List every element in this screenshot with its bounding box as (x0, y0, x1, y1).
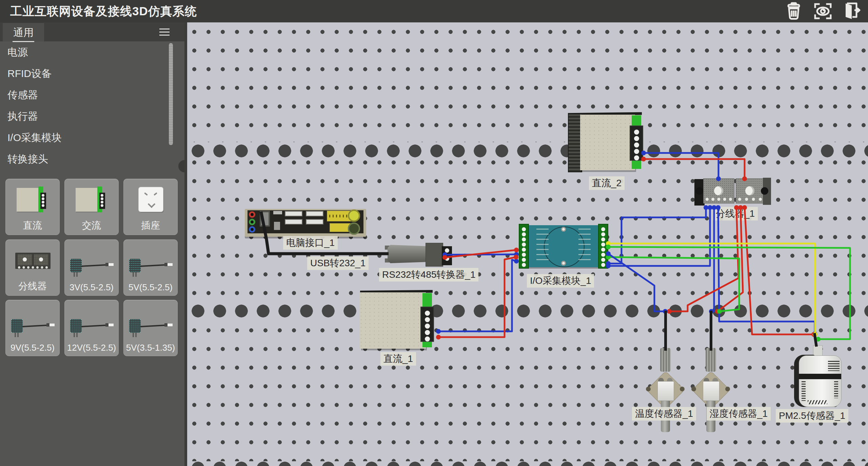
tile-9v-adapter[interactable]: 9V(5.5-2.5) (5, 300, 60, 356)
label-humidity-sensor: 湿度传感器_1 (707, 407, 771, 421)
device-rs232-485-converter[interactable] (388, 241, 454, 268)
label-pc-interface: 电脑接口_1 (283, 236, 338, 250)
label-dc-2: 直流_2 (589, 176, 625, 190)
device-splitter[interactable] (694, 177, 771, 206)
ac-board-icon (75, 187, 107, 213)
sidebar-item-io-module[interactable]: I/O采集模块 (0, 127, 184, 148)
power-adapter-icon (129, 257, 173, 278)
exit-icon (842, 2, 862, 21)
label-usb-232: USB转232_1 (307, 256, 369, 270)
exit-button[interactable] (841, 2, 863, 21)
app-title: 工业互联网设备及接线3D仿真系统 (10, 0, 197, 22)
power-adapter-icon (70, 257, 114, 278)
dc-board-icon (16, 187, 48, 213)
socket-icon (139, 187, 163, 212)
sidebar-tab-strip: 通用 (0, 22, 184, 41)
sidebar-item-power[interactable]: 电源 (0, 41, 184, 63)
device-pc-interface[interactable] (245, 209, 366, 237)
delete-button[interactable] (783, 2, 805, 21)
device-io-module[interactable] (519, 224, 608, 269)
sidebar-item-sensor[interactable]: 传感器 (0, 84, 184, 105)
label-pm25-sensor: PM2.5传感器_1 (776, 409, 848, 423)
trash-icon (784, 2, 803, 21)
tile-dc[interactable]: 直流 (5, 179, 60, 235)
round-connector (348, 210, 360, 222)
label-rs232-485: RS232转485转换器_1 (379, 268, 478, 281)
usb-port (285, 211, 302, 216)
power-adapter-icon (70, 318, 114, 339)
round-connector (348, 222, 360, 235)
label-io-module: I/O采集模块_1 (527, 274, 594, 288)
tile-ac[interactable]: 交流 (64, 179, 119, 235)
pegboard-hole-band (187, 142, 868, 160)
audio-jack-blue (249, 226, 255, 233)
label-splitter: 分线器_1 (713, 207, 758, 220)
menu-icon[interactable] (159, 28, 170, 36)
audio-jack-red (249, 211, 255, 218)
sidebar-item-adapter[interactable]: 转换接头 (0, 148, 184, 170)
splitter-icon (15, 253, 51, 269)
usb-port (306, 219, 323, 225)
sidebar-scrollbar[interactable] (169, 43, 173, 145)
pegboard-hole-band (187, 302, 868, 320)
label-dc-1: 直流_1 (380, 352, 416, 366)
device-dc-1[interactable] (360, 290, 436, 351)
tile-5v-135-adapter[interactable]: 5V(3.5-1.35) (123, 300, 178, 356)
sidebar-item-rfid[interactable]: RFID设备 (0, 63, 184, 84)
usb-port (285, 219, 302, 225)
tile-5v-adapter[interactable]: 5V(5.5-2.5) (123, 239, 178, 296)
usb-port (306, 211, 323, 216)
eye-preview-icon (813, 2, 833, 21)
app-window: 工业互联网设备及接线3D仿真系统 (0, 0, 868, 466)
sidebar-item-actuator[interactable]: 执行器 (0, 105, 184, 127)
label-temp-sensor: 温度传感器_1 (632, 407, 696, 421)
device-dc-2[interactable] (568, 113, 645, 172)
toolbar (783, 2, 863, 21)
preview-button[interactable] (812, 2, 834, 21)
audio-jack-green (249, 219, 255, 225)
power-adapter-icon (129, 318, 173, 339)
pegboard-hole-band (187, 461, 868, 466)
top-bar: 工业互联网设备及接线3D仿真系统 (0, 0, 868, 22)
sidebar-menu: 电源 RFID设备 传感器 执行器 I/O采集模块 转换接头 (0, 41, 184, 170)
tile-12v-adapter[interactable]: 12V(5.5-2.5) (64, 300, 119, 356)
sidebar: 通用 电源 RFID设备 传感器 执行器 I/O采集模块 转换接头 直流 交流 (0, 22, 187, 466)
tile-splitter[interactable]: 分线器 (5, 239, 60, 296)
tile-3v-adapter[interactable]: 3V(5.5-2.5) (64, 239, 119, 296)
tab-general[interactable]: 通用 (3, 23, 44, 41)
power-adapter-icon (11, 318, 55, 339)
tile-socket[interactable]: 插座 (123, 179, 178, 235)
